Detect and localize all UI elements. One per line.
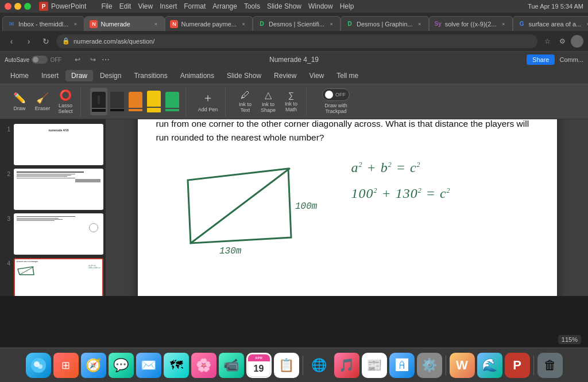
tab-close-desmos1[interactable]: × [327,20,335,28]
back-button[interactable]: ‹ [5,34,18,48]
slide-item-2[interactable]: 2 [2,169,103,210]
nav-right: ☆ ⚙ [541,35,583,48]
dock-systemprefs[interactable]: ⚙️ [417,353,442,378]
profile-icon[interactable] [571,35,583,48]
menu-format[interactable]: Format [184,2,206,10]
autosave-label: OFF [50,57,61,63]
dock-safari[interactable]: 🧭 [81,353,106,378]
ribbon-title-bar: AutoSave OFF ↩ ↪ ⋯ Numerade 4_19 Share C… [0,52,588,68]
share-button[interactable]: Share [527,54,555,65]
dock-maps[interactable]: 🗺 [164,353,189,378]
comment-button[interactable]: Comm... [559,56,583,63]
more-options-button[interactable]: ⋯ [102,55,110,64]
pen-black-button[interactable] [90,88,107,115]
redo-button[interactable]: ↪ [86,53,100,67]
extensions-icon[interactable]: ⚙ [556,35,568,48]
tab-desmos1[interactable]: D Desmos | Scientifi... × [253,16,341,31]
lasso-tool-button[interactable]: ⭕ LassoSelect [55,88,76,115]
menu-slideshow[interactable]: Slide Show [267,2,301,10]
pen-orange-button[interactable] [127,88,144,115]
ink-to-shape-button[interactable]: △ Ink toShape [258,88,278,115]
tab-view[interactable]: View [303,70,330,81]
tab-draw[interactable]: Draw [65,70,93,81]
slide-number-3: 3 [2,213,10,222]
maximize-button[interactable] [24,3,31,10]
dock-waterloo[interactable]: W [450,353,475,378]
tab-insert[interactable]: Insert [36,70,64,81]
tab-surface[interactable]: G surface area of a... × [513,16,588,31]
dock-music[interactable]: 🎵 [334,353,359,378]
eraser-tool-button[interactable]: 🧹 Eraser [32,88,53,115]
menu-insert[interactable]: Insert [160,2,177,10]
tab-animations[interactable]: Animations [175,70,220,81]
address-bar[interactable]: 🔒 numerade.com/ask/question/ [56,34,537,48]
dock-messages[interactable]: 💬 [109,353,134,378]
dock-powerpoint[interactable]: P [505,353,530,378]
autosave-toggle[interactable] [32,56,48,64]
tab-tellme[interactable]: Tell me [331,70,364,81]
close-button[interactable] [5,3,11,10]
dock-finder[interactable] [26,353,51,378]
dock-chrome[interactable]: 🌐 [307,353,332,378]
title-bar-right: Tue Apr 19 5:34 AM [528,3,583,10]
tab-numerade[interactable]: N Numerade × [84,16,165,31]
tab-close-numerade[interactable]: × [152,20,160,28]
menu-help[interactable]: Help [340,2,354,10]
tab-review[interactable]: Review [268,70,302,81]
tab-solve[interactable]: Sy solve for ((x-9)(2... × [429,16,513,31]
dock-news[interactable]: 📰 [362,353,387,378]
pen-yellow-button[interactable] [145,88,163,115]
add-pen-button[interactable]: ＋ Add Pen [195,88,220,115]
dock-facetime[interactable]: 📹 [219,353,244,378]
refresh-button[interactable]: ↻ [39,34,53,48]
tab-transitions[interactable]: Transitions [128,70,173,81]
forward-button[interactable]: › [22,34,36,48]
ink-to-text-button[interactable]: 🖊 Ink toText [235,88,256,115]
dock-mail[interactable]: ✉️ [136,353,161,378]
slide-thumb-3[interactable] [14,213,103,255]
undo-button[interactable]: ↩ [71,53,84,67]
draw-with-trackpad-button[interactable]: OFF Draw withTrackpad [316,88,356,115]
slide-panel[interactable]: 1 numerade 4/19 2 [0,119,106,296]
slide-1-label: numerade 4/19 [17,127,100,132]
tab-close-solve[interactable]: × [500,20,508,28]
slide-number-1: 1 [2,124,10,132]
tab-close-numerade2[interactable]: × [239,20,247,28]
slide-item-1[interactable]: 1 numerade 4/19 [2,124,103,165]
tab-numerade2[interactable]: N Numerade payme... × [165,16,253,31]
menu-file[interactable]: File [101,2,112,10]
tab-close-inbox[interactable]: × [71,20,79,28]
tab-home[interactable]: Home [5,70,34,81]
dock-trash[interactable]: 🗑 [537,353,563,378]
slide-item-4[interactable]: 4 A soccer field is a rectangle... a²+b²… [2,258,103,296]
menu-edit[interactable]: Edit [119,2,131,10]
tab-close-surface[interactable]: × [584,20,588,28]
pen-black2-button[interactable] [109,88,126,115]
tab-design[interactable]: Design [94,70,127,81]
dock-launchpad[interactable]: ⊞ [53,353,79,378]
menu-view[interactable]: View [138,2,153,10]
tab-label-desmos2: Desmos | Graphin... [357,21,413,28]
bookmark-icon[interactable]: ☆ [541,35,554,48]
pen-green-button[interactable] [164,88,181,115]
slide-thumb-2[interactable] [14,169,103,210]
slide-thumb-4[interactable]: A soccer field is a rectangle... a²+b²=c… [14,258,103,296]
formula-values: 1002 + 1302 = c2 [351,186,451,201]
tab-desmos2[interactable]: D Desmos | Graphin... × [341,16,429,31]
dock-edge[interactable]: 🌊 [477,353,502,378]
tab-close-desmos2[interactable]: × [416,20,424,28]
minimize-button[interactable] [14,3,21,10]
dock-calendar[interactable]: APR 19 [246,353,272,378]
ink-to-math-button[interactable]: ∑ Ink toMath [281,88,301,115]
tab-slideshow[interactable]: Slide Show [221,70,267,81]
menu-window[interactable]: Window [308,2,333,10]
dock-reminders[interactable]: 📋 [274,353,299,378]
slide-thumb-1[interactable]: numerade 4/19 [14,124,103,165]
menu-arrange[interactable]: Arrange [212,2,237,10]
slide-item-3[interactable]: 3 [2,213,103,255]
dock-photos[interactable]: 🌸 [191,353,216,378]
tab-inbox[interactable]: ✉ Inbox - themiddl... × [2,16,84,31]
menu-tools[interactable]: Tools [244,2,260,10]
draw-tool-button[interactable]: ✏️ Draw [9,88,30,115]
dock-appstore[interactable]: 🅰 [389,353,415,378]
